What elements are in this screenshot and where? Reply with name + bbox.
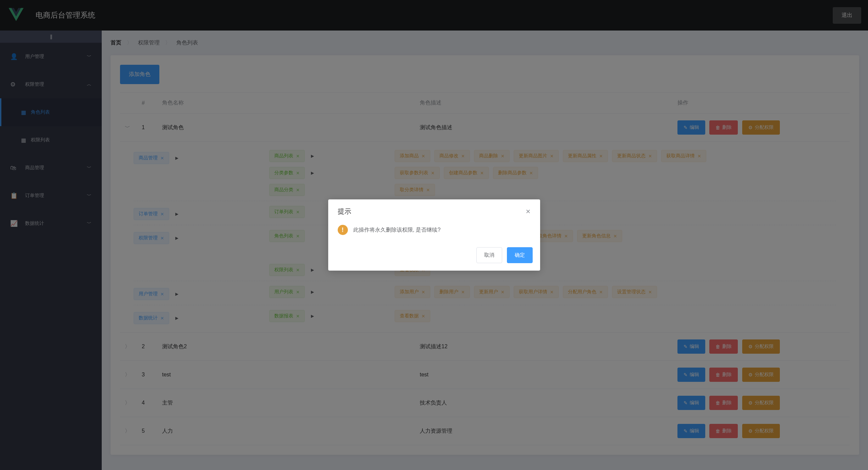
confirm-dialog: 提示 ✕ ! 此操作将永久删除该权限, 是否继续? 取消 确定	[328, 199, 540, 271]
dialog-message: 此操作将永久删除该权限, 是否继续?	[353, 227, 441, 234]
warning-icon: !	[338, 225, 348, 235]
cancel-button[interactable]: 取消	[476, 247, 502, 263]
dialog-title: 提示	[338, 207, 351, 216]
close-icon[interactable]: ✕	[526, 208, 531, 215]
dialog-overlay[interactable]: 提示 ✕ ! 此操作将永久删除该权限, 是否继续? 取消 确定	[0, 0, 868, 470]
confirm-button[interactable]: 确定	[507, 247, 533, 263]
